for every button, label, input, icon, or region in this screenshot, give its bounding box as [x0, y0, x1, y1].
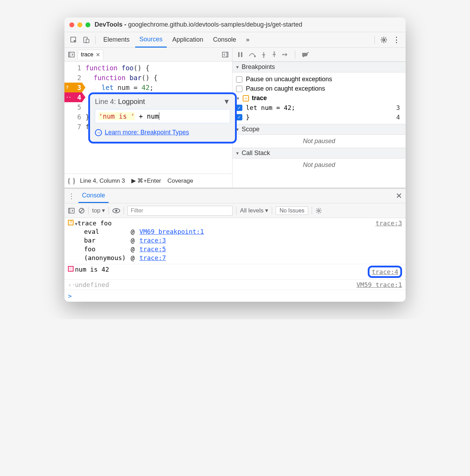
main-split: 1function foo() {2 function bar() {?3 le… [64, 62, 406, 188]
panel-tabstrip: Elements Sources Application Console » ⋮ [64, 32, 406, 48]
clear-console-icon[interactable] [78, 208, 85, 214]
svg-rect-5 [69, 52, 70, 57]
svg-point-18 [115, 210, 117, 212]
logpoint-type-select[interactable]: Logpoint [118, 98, 145, 106]
svg-rect-8 [238, 52, 240, 57]
step-out-icon[interactable] [272, 51, 277, 58]
svg-point-12 [274, 51, 275, 53]
more-menu-icon[interactable]: ⋮ [391, 34, 402, 46]
context-select[interactable]: top ▾ [92, 207, 105, 214]
breakpoint-item[interactable]: ✓}4 [236, 112, 402, 122]
console-sidebar-toggle-icon[interactable] [68, 207, 75, 214]
console-output: ▼trace foo eval@VM69 breakpoint:1bar@tra… [64, 218, 406, 302]
chevron-down-icon[interactable]: ▼ [223, 98, 230, 106]
svg-point-19 [318, 210, 320, 211]
drawer-more-icon[interactable]: ⋮ [68, 192, 75, 200]
stack-trace-table: eval@VM69 breakpoint:1bar@trace:3foo@tra… [75, 227, 207, 262]
debugger-toggle-icon[interactable] [222, 51, 229, 58]
tab-elements[interactable]: Elements [99, 33, 134, 47]
step-icon[interactable] [282, 52, 289, 57]
step-over-icon[interactable] [249, 52, 256, 57]
breakpoint-group[interactable]: ▼‹›trace [236, 93, 402, 103]
info-arrow-icon: → [95, 129, 102, 136]
coverage-label[interactable]: Coverage [167, 177, 193, 184]
close-window-button[interactable] [69, 22, 74, 27]
devtools-window: DevTools - googlechrome.github.io/devtoo… [64, 18, 406, 302]
console-message-return: ‹· undefined VM59 trace:1 [64, 280, 406, 290]
logpoint-marker-icon [68, 220, 74, 225]
drawer: ⋮ Console ✕ top ▾ Filter All levels ▾ No… [64, 188, 406, 302]
navigator-toggle-icon[interactable] [68, 51, 75, 58]
learn-more-link[interactable]: Learn more: Breakpoint Types [105, 129, 189, 136]
logpoint-marker-icon [68, 266, 74, 272]
console-message-log: num is 42 trace:4 [64, 264, 406, 280]
titlebar: DevTools - googlechrome.github.io/devtoo… [64, 18, 406, 32]
console-filter-input[interactable]: Filter [127, 206, 233, 216]
live-expression-icon[interactable] [112, 208, 120, 213]
scope-section-header[interactable]: ▼Scope [233, 124, 406, 135]
logpoint-line-label: Line 4: [95, 98, 116, 106]
editor-statusbar: { } Line 4, Column 3 ▶ ⌘+Enter Coverage [64, 174, 232, 188]
pretty-print-button[interactable]: { } [67, 177, 76, 185]
tab-sources[interactable]: Sources [135, 32, 167, 48]
svg-point-13 [282, 54, 284, 55]
callstack-section-header[interactable]: ▼Call Stack [233, 148, 406, 159]
file-tab-name: trace [81, 51, 94, 58]
svg-rect-2 [86, 39, 89, 43]
source-link[interactable]: trace:3 [375, 219, 402, 227]
device-toggle-icon[interactable] [81, 34, 92, 46]
pause-caught-toggle[interactable]: Pause on caught exceptions [236, 84, 402, 93]
breakpoints-section-header[interactable]: ▼Breakpoints [233, 62, 406, 72]
svg-point-3 [383, 39, 385, 41]
logpoint-editor: Line 4: Logpoint ▼ 'num is ' + num → Lea… [88, 92, 237, 144]
callstack-not-paused: Not paused [233, 159, 406, 172]
window-title: DevTools - googlechrome.github.io/devtoo… [95, 21, 302, 28]
console-message-trace: ▼trace foo eval@VM69 breakpoint:1bar@tra… [64, 218, 406, 264]
console-toolbar: top ▾ Filter All levels ▾ No Issues [64, 203, 406, 218]
tab-application[interactable]: Application [168, 33, 207, 47]
traffic-lights [69, 22, 90, 27]
maximize-window-button[interactable] [85, 22, 90, 27]
svg-point-10 [254, 55, 256, 57]
source-link-highlighted[interactable]: trace:4 [368, 266, 402, 278]
file-tab-trace[interactable]: trace ✕ [78, 50, 103, 59]
cursor-position: Line 4, Column 3 [80, 177, 125, 184]
inspect-icon[interactable] [68, 34, 79, 46]
sources-subtabs: trace ✕ [64, 48, 406, 62]
svg-rect-7 [226, 52, 228, 57]
scope-not-paused: Not paused [233, 135, 406, 148]
debugger-sidebar: ▼Breakpoints Pause on uncaught exception… [233, 62, 406, 188]
svg-rect-9 [241, 52, 242, 57]
console-prompt[interactable]: > [64, 290, 406, 302]
svg-point-11 [263, 56, 264, 58]
console-settings-icon[interactable] [316, 208, 322, 214]
log-levels-select[interactable]: All levels ▾ [240, 207, 268, 214]
logpoint-expression-input[interactable]: 'num is ' + num [95, 109, 230, 123]
tab-console[interactable]: Console [209, 33, 240, 47]
debugger-toolbar [233, 51, 314, 58]
tabs-overflow[interactable]: » [242, 33, 254, 47]
source-link[interactable]: VM59 trace:1 [357, 281, 402, 288]
step-into-icon[interactable] [261, 51, 266, 58]
pause-button[interactable] [237, 52, 243, 57]
run-snippet[interactable]: ▶ ⌘+Enter [131, 177, 161, 184]
minimize-window-button[interactable] [77, 22, 82, 27]
settings-icon[interactable] [378, 34, 389, 46]
drawer-close-icon[interactable]: ✕ [396, 191, 402, 201]
deactivate-breakpoints-icon[interactable] [302, 51, 309, 58]
drawer-tab-console[interactable]: Console [78, 189, 109, 203]
close-file-icon[interactable]: ✕ [96, 51, 100, 58]
pause-uncaught-toggle[interactable]: Pause on uncaught exceptions [236, 75, 402, 84]
svg-rect-15 [69, 208, 70, 213]
issues-button[interactable]: No Issues [276, 206, 308, 215]
editor-pane: 1function foo() {2 function bar() {?3 le… [64, 62, 233, 188]
breakpoint-item[interactable]: ✓let num = 42;3 [236, 103, 402, 112]
